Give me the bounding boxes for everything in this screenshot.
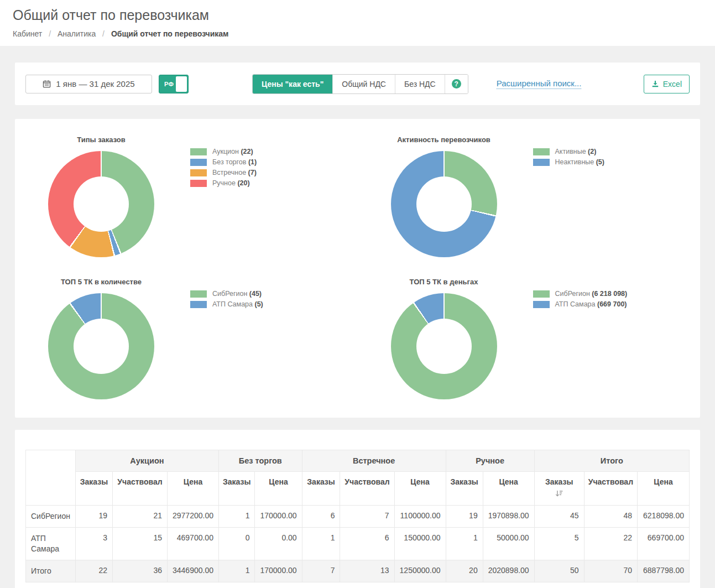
rf-toggle-label: РФ xyxy=(164,81,174,87)
breadcrumb-separator: / xyxy=(102,29,105,38)
table-cell: 22 xyxy=(75,560,112,582)
legend-label: Без торгов (1) xyxy=(212,158,257,166)
legend-swatch xyxy=(190,169,207,176)
donut-chart-carrier-activity[interactable] xyxy=(391,151,497,257)
column-header[interactable]: Цена xyxy=(483,472,534,506)
table-cell: 1100000.00 xyxy=(394,506,446,528)
column-header[interactable]: Заказы xyxy=(218,472,255,506)
breadcrumb-current: Общий отчет по перевозчикам xyxy=(111,29,229,38)
column-group-header: Без торгов xyxy=(218,450,302,472)
table-cell: 5 xyxy=(534,527,584,560)
rf-toggle[interactable]: РФ xyxy=(159,75,189,93)
legend-item[interactable]: Неактивные (5) xyxy=(533,158,604,166)
column-header[interactable]: Заказы xyxy=(75,472,112,506)
column-header-label: Заказы xyxy=(545,477,573,486)
table-cell: 22 xyxy=(584,527,638,560)
column-header-label: Заказы xyxy=(450,477,478,486)
table-cell: 1250000.00 xyxy=(394,560,446,582)
legend-item[interactable]: Ручное (20) xyxy=(190,179,257,187)
legend-item[interactable]: Встречное (7) xyxy=(190,169,257,176)
legend-item[interactable]: АТП Самара (669 700) xyxy=(533,300,628,308)
legend-item[interactable]: АТП Самара (5) xyxy=(190,300,263,308)
column-header[interactable]: Заказы xyxy=(446,472,483,506)
legend-item[interactable]: Активные (2) xyxy=(533,148,604,155)
breadcrumb-separator: / xyxy=(49,29,51,38)
table-row: Итого22363446900.001170000.007131250000.… xyxy=(26,560,690,582)
legend-item[interactable]: Без торгов (1) xyxy=(190,158,257,166)
table-cell: 170000.00 xyxy=(255,560,302,582)
carrier-name-cell: Итого xyxy=(26,560,76,582)
column-header-label: Цена xyxy=(654,477,672,486)
chart-legend: СибРегион (45)АТП Самара (5) xyxy=(190,290,263,311)
breadcrumb: Кабинет / Аналитика / Общий отчет по пер… xyxy=(13,29,702,38)
table-cell: 19 xyxy=(75,506,112,528)
excel-export-button[interactable]: Excel xyxy=(644,75,690,93)
column-header-label: Участвовал xyxy=(117,477,162,486)
column-group-header: Встречное xyxy=(302,450,446,472)
column-header[interactable]: Цена xyxy=(167,472,218,506)
date-range-input[interactable]: 1 янв — 31 дек 2025 xyxy=(25,75,152,93)
donut-chart-order-types[interactable] xyxy=(48,151,154,257)
table-cell: 170000.00 xyxy=(255,506,302,528)
sub-header-row: ЗаказыУчаствовалЦенаЗаказыЦенаЗаказыУчас… xyxy=(26,472,690,506)
carrier-name-cell: АТП Самара xyxy=(26,527,76,560)
legend-item[interactable]: СибРегион (6 218 098) xyxy=(533,290,628,298)
tab-common-vat[interactable]: Общий НДС xyxy=(333,75,395,93)
advanced-search-link[interactable]: Расширенный поиск... xyxy=(497,79,582,89)
report-table-panel: АукционБез торговВстречноеРучноеИтогоЗак… xyxy=(15,430,700,588)
chart-legend: Активные (2)Неактивные (5) xyxy=(533,148,604,169)
legend-swatch xyxy=(190,290,207,298)
chart-legend: Аукцион (22)Без торгов (1)Встречное (7)Р… xyxy=(190,148,257,190)
column-header[interactable]: Цена xyxy=(394,472,446,506)
legend-swatch xyxy=(190,148,207,155)
table-row: СибРегион19212977200.001170000.006711000… xyxy=(26,506,690,528)
tab-prices-as-is[interactable]: Цены "как есть" xyxy=(253,75,333,93)
download-icon xyxy=(651,80,659,88)
table-cell: 6887798.00 xyxy=(638,560,690,582)
question-icon: ? xyxy=(452,79,461,89)
breadcrumb-analytics[interactable]: Аналитика xyxy=(58,29,96,38)
chart-top5-by-money: ТОП 5 ТК в деньгах СибРегион (6 218 098)… xyxy=(358,278,701,399)
column-header-label: Участвовал xyxy=(345,477,389,486)
breadcrumb-cabinet[interactable]: Кабинет xyxy=(13,29,42,38)
page-header: Общий отчет по перевозчикам Кабинет / Ан… xyxy=(0,0,715,46)
column-header-label: Цена xyxy=(410,477,429,486)
legend-label: Ручное (20) xyxy=(212,179,250,187)
calendar-icon xyxy=(43,80,51,88)
chart-carrier-activity: Активность перевозчиков Активные (2)Неак… xyxy=(358,136,701,257)
column-header[interactable]: Цена xyxy=(255,472,302,506)
legend-label: Активные (2) xyxy=(555,148,597,155)
filters-toolbar: 1 янв — 31 дек 2025 РФ Цены "как есть" О… xyxy=(15,63,700,105)
help-button[interactable]: ? xyxy=(445,75,468,93)
column-header-label: Заказы xyxy=(223,477,250,486)
table-cell: 48 xyxy=(584,506,638,528)
chart-title: ТОП 5 ТК в количестве xyxy=(61,278,142,286)
sort-desc-icon[interactable] xyxy=(538,490,581,497)
legend-item[interactable]: Аукцион (22) xyxy=(190,148,257,155)
page-content: 1 янв — 31 дек 2025 РФ Цены "как есть" О… xyxy=(0,63,715,588)
table-cell: 6 xyxy=(302,506,340,528)
table-cell: 0 xyxy=(218,527,255,560)
table-cell: 70 xyxy=(584,560,638,582)
column-header[interactable]: Заказы xyxy=(534,472,584,506)
column-header[interactable]: Участвовал xyxy=(340,472,394,506)
donut-chart-top5-count[interactable] xyxy=(48,293,154,399)
table-cell: 469700.00 xyxy=(167,527,218,560)
table-cell: 36 xyxy=(113,560,168,582)
table-cell: 15 xyxy=(113,527,168,560)
column-header[interactable]: Заказы xyxy=(302,472,340,506)
donut-chart-top5-money[interactable] xyxy=(391,293,497,399)
table-cell: 1 xyxy=(446,527,483,560)
table-cell: 2977200.00 xyxy=(167,506,218,528)
column-header[interactable]: Участвовал xyxy=(113,472,168,506)
table-cell: 13 xyxy=(340,560,394,582)
table-cell: 20 xyxy=(446,560,483,582)
column-header[interactable]: Участвовал xyxy=(584,472,638,506)
column-header[interactable]: Цена xyxy=(638,472,690,506)
excel-button-label: Excel xyxy=(663,80,682,89)
chart-top5-by-count: ТОП 5 ТК в количестве СибРегион (45)АТП … xyxy=(15,278,358,399)
legend-item[interactable]: СибРегион (45) xyxy=(190,290,263,298)
legend-label: АТП Самара (5) xyxy=(212,300,263,308)
table-cell: 0.00 xyxy=(255,527,302,560)
tab-no-vat[interactable]: Без НДС xyxy=(395,75,445,93)
